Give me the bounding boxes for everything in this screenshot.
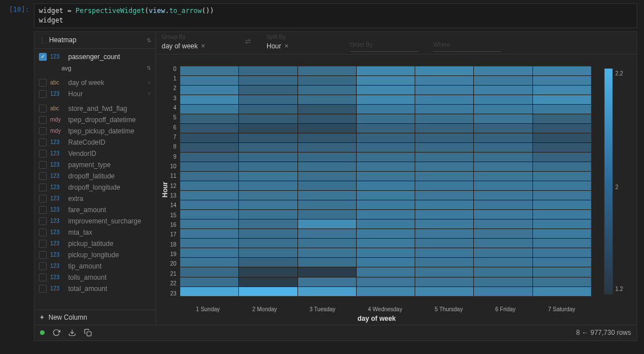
heatmap-cell[interactable] <box>239 143 297 152</box>
order-by-shelf[interactable]: Order By <box>350 42 418 54</box>
heatmap-cell[interactable] <box>180 287 238 296</box>
heatmap-cell[interactable] <box>474 210 532 219</box>
heatmap-cell[interactable] <box>533 133 591 142</box>
heatmap-cell[interactable] <box>239 133 297 142</box>
heatmap-cell[interactable] <box>415 267 473 276</box>
heatmap-cell[interactable] <box>298 210 356 219</box>
heatmap-cell[interactable] <box>533 124 591 133</box>
heatmap-cell[interactable] <box>180 105 238 114</box>
heatmap-cell[interactable] <box>357 105 415 114</box>
heatmap-cell[interactable] <box>415 258 473 267</box>
checkbox-icon[interactable] <box>39 90 47 98</box>
checkbox-icon[interactable] <box>39 116 47 124</box>
heatmap-cell[interactable] <box>533 172 591 181</box>
heatmap-cell[interactable] <box>298 267 356 276</box>
checkbox-icon[interactable]: ✓ <box>39 53 47 61</box>
heatmap-cell[interactable] <box>533 143 591 152</box>
heatmap-cell[interactable] <box>298 95 356 104</box>
heatmap-cell[interactable] <box>357 258 415 267</box>
heatmap-cell[interactable] <box>298 86 356 95</box>
heatmap-cell[interactable] <box>357 277 415 286</box>
heatmap-cell[interactable] <box>474 172 532 181</box>
heatmap-cell[interactable] <box>298 105 356 114</box>
heatmap-cell[interactable] <box>180 76 238 85</box>
heatmap-cell[interactable] <box>357 66 415 75</box>
heatmap-cell[interactable] <box>415 172 473 181</box>
drag-handle-icon[interactable]: ≡ <box>148 91 151 97</box>
heatmap-cell[interactable] <box>533 95 591 104</box>
heatmap-cell[interactable] <box>357 114 415 123</box>
heatmap-cell[interactable] <box>415 124 473 133</box>
heatmap-cell[interactable] <box>180 267 238 276</box>
heatmap-cell[interactable] <box>298 66 356 75</box>
heatmap-cell[interactable] <box>415 239 473 248</box>
heatmap-cell[interactable] <box>357 86 415 95</box>
heatmap-cell[interactable] <box>239 258 297 267</box>
heatmap-cell[interactable] <box>474 133 532 142</box>
heatmap-cell[interactable] <box>357 219 415 228</box>
heatmap-cell[interactable] <box>357 287 415 296</box>
new-column-button[interactable]: + New Column <box>34 310 156 325</box>
heatmap-cell[interactable] <box>298 239 356 248</box>
heatmap-cell[interactable] <box>357 124 415 133</box>
heatmap-cell[interactable] <box>298 248 356 257</box>
checkbox-icon[interactable] <box>39 228 47 236</box>
heatmap-cell[interactable] <box>239 66 297 75</box>
heatmap-cell[interactable] <box>533 105 591 114</box>
heatmap-cell[interactable] <box>474 219 532 228</box>
checkbox-icon[interactable] <box>39 183 47 191</box>
heatmap-cell[interactable] <box>357 172 415 181</box>
refresh-icon[interactable] <box>52 329 60 337</box>
heatmap-cell[interactable] <box>533 114 591 123</box>
checkbox-icon[interactable] <box>39 262 47 270</box>
heatmap-cell[interactable] <box>357 76 415 85</box>
heatmap-cell[interactable] <box>415 66 473 75</box>
heatmap-cell[interactable] <box>239 172 297 181</box>
heatmap-cell[interactable] <box>298 219 356 228</box>
heatmap-cell[interactable] <box>180 181 238 190</box>
drag-handle-icon[interactable]: ≡ <box>148 79 151 86</box>
heatmap-cell[interactable] <box>180 95 238 104</box>
heatmap-cell[interactable] <box>474 200 532 209</box>
heatmap-cell[interactable] <box>298 153 356 162</box>
column-item[interactable]: abcday of week≡ <box>34 77 156 88</box>
heatmap-cell[interactable] <box>239 239 297 248</box>
heatmap-cell[interactable] <box>357 162 415 171</box>
heatmap-cell[interactable] <box>239 181 297 190</box>
heatmap-cell[interactable] <box>298 181 356 190</box>
column-item[interactable]: 123dropoff_latitude <box>34 171 156 182</box>
heatmap-cell[interactable] <box>180 239 238 248</box>
heatmap-cell[interactable] <box>533 181 591 190</box>
heatmap-cell[interactable] <box>298 124 356 133</box>
heatmap-cell[interactable] <box>533 287 591 296</box>
heatmap-cell[interactable] <box>415 162 473 171</box>
heatmap-cell[interactable] <box>239 219 297 228</box>
heatmap-cell[interactable] <box>415 143 473 152</box>
column-item[interactable]: 123dropoff_longitude <box>34 182 156 193</box>
heatmap-cell[interactable] <box>239 124 297 133</box>
column-item[interactable]: 123extra <box>34 193 156 204</box>
heatmap-cell[interactable] <box>533 66 591 75</box>
checkbox-icon[interactable] <box>39 127 47 135</box>
checkbox-icon[interactable] <box>39 206 47 214</box>
checkbox-icon[interactable] <box>39 172 47 180</box>
heatmap-cell[interactable] <box>415 181 473 190</box>
heatmap-cell[interactable] <box>180 172 238 181</box>
column-list[interactable]: ✓ 123 passenger_count avg ⇅ abcday of we… <box>34 49 156 310</box>
heatmap-cell[interactable] <box>533 219 591 228</box>
heatmap-cell[interactable] <box>357 153 415 162</box>
heatmap-cell[interactable] <box>357 210 415 219</box>
heatmap-cell[interactable] <box>239 191 297 200</box>
heatmap-cell[interactable] <box>415 287 473 296</box>
swap-icon[interactable]: ⇄ <box>245 37 251 48</box>
heatmap-cell[interactable] <box>180 258 238 267</box>
heatmap-cell[interactable] <box>474 86 532 95</box>
heatmap-cell[interactable] <box>298 191 356 200</box>
heatmap-cell[interactable] <box>239 153 297 162</box>
column-item[interactable]: mdytpep_dropoff_datetime <box>34 114 156 126</box>
heatmap-cell[interactable] <box>415 153 473 162</box>
heatmap-cell[interactable] <box>474 95 532 104</box>
column-item[interactable]: 123tolls_amount <box>34 272 156 283</box>
heatmap-cell[interactable] <box>239 76 297 85</box>
heatmap-cell[interactable] <box>180 210 238 219</box>
